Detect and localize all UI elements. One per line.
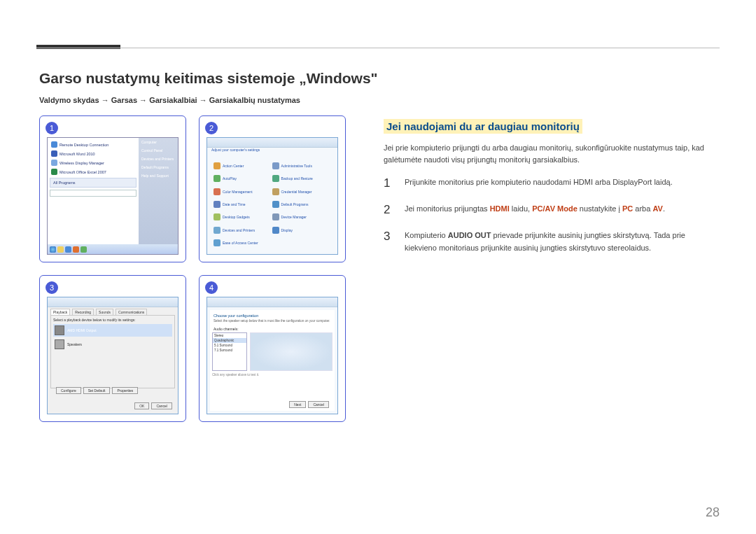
opt-quad: Quadraphonic <box>213 338 246 343</box>
start-right-item: Computer <box>139 138 178 146</box>
cp-item: Desktop Gadgets <box>223 215 250 219</box>
start-right-item: Devices and Printers <box>139 155 178 163</box>
step-number: 2 <box>384 203 393 217</box>
step-text: Prijunkite monitorius prie kompiuterio n… <box>405 176 673 190</box>
header-accent <box>36 45 120 49</box>
badge-1: 1 <box>46 122 58 134</box>
hl-av: AV <box>652 204 662 213</box>
setup-sub: Select the speaker setup below that is m… <box>212 319 332 325</box>
cp-item: Device Manager <box>281 215 307 219</box>
page-number: 28 <box>706 505 720 520</box>
badge-3: 3 <box>46 281 58 294</box>
start-item: Remote Desktop Connection <box>59 143 108 147</box>
cp-item: Ease of Access Center <box>223 241 258 245</box>
properties-button: Properties <box>112 387 138 394</box>
opt-71: 7.1 Surround <box>213 348 246 353</box>
start-right-item: Help and Support <box>139 171 178 180</box>
breadcrumb: Valdymo skydas → Garsas → Garsiakalbiai … <box>39 96 300 104</box>
right-column: Jei naudojami du ar daugiau monitorių Je… <box>384 119 714 267</box>
tab-comm: Communications <box>115 309 147 315</box>
setup-title: Choose your configuration <box>212 312 332 319</box>
screenshot-panel-3: 3 Playback Recording Sounds Communicatio… <box>39 275 186 422</box>
cp-item: Date and Time <box>223 202 246 206</box>
speaker-diagram <box>250 332 332 371</box>
cancel-button: Cancel <box>308 401 329 408</box>
cp-item: Backup and Restore <box>281 176 313 181</box>
sound-dialog-mock: Playback Recording Sounds Communications… <box>47 297 178 414</box>
taskbar-icon <box>80 246 87 253</box>
device-hdmi: AMD HDMI Output <box>67 328 97 332</box>
device-speakers: Speakers <box>67 342 82 346</box>
hl-pc: PC <box>622 204 633 213</box>
control-panel-mock: Adjust your computer's settings Action C… <box>206 137 338 255</box>
cancel-button: Cancel <box>151 402 172 409</box>
taskbar-icon <box>73 246 79 253</box>
tab-recording: Recording <box>72 309 94 315</box>
steps-list: 1 Prijunkite monitorius prie kompiuterio… <box>384 176 714 254</box>
step-1: 1 Prijunkite monitorius prie kompiuterio… <box>384 176 714 190</box>
search-box <box>50 190 136 197</box>
taskbar-icon <box>57 246 64 253</box>
opt-51: 5.1 Surround <box>213 343 246 348</box>
cp-item: Default Programs <box>281 202 309 206</box>
start-orb-icon <box>50 246 56 253</box>
step-number: 1 <box>384 176 393 190</box>
sound-prompt: Select a playback device below to modify… <box>53 318 172 322</box>
ok-button: OK <box>134 402 149 409</box>
opt-stereo: Stereo <box>213 333 246 338</box>
cp-item: Devices and Printers <box>223 228 255 232</box>
page-title: Garso nustatymų keitimas sistemoje „Wind… <box>39 70 378 87</box>
next-button: Next <box>289 401 306 408</box>
taskbar <box>48 244 178 254</box>
cp-heading: Adjust your computer's settings <box>211 148 333 152</box>
setdefault-button: Set Default <box>83 387 111 394</box>
screenshot-grid: 1 Remote Desktop Connection Microsoft Wo… <box>39 115 361 422</box>
section-heading: Jei naudojami du ar daugiau monitorių <box>384 119 582 134</box>
cp-item: Credential Manager <box>281 190 312 194</box>
step-number: 3 <box>384 230 393 254</box>
taskbar-icon <box>65 246 71 253</box>
channel-list: Stereo Quadraphonic 5.1 Surround 7.1 Sur… <box>212 332 247 371</box>
screenshot-panel-4: 4 Choose your configuration Select the s… <box>199 275 346 422</box>
bold-audioout: AUDIO OUT <box>448 231 491 239</box>
screenshots-area: 1 Remote Desktop Connection Microsoft Wo… <box>39 115 361 422</box>
cp-item: Color Management <box>223 190 253 194</box>
tab-sounds: Sounds <box>96 309 113 315</box>
start-item: Microsoft Word 2010 <box>59 152 95 156</box>
cp-item: Action Center <box>223 164 244 168</box>
step-text: Jei monitorius prijungtas HDMI laidu, PC… <box>405 203 665 217</box>
start-right-item: Default Programs <box>139 163 178 171</box>
intro-text: Jei prie kompiuterio prijungti du arba d… <box>384 142 714 165</box>
step-text: Kompiuterio AUDIO OUT prievade prijunkit… <box>405 230 714 254</box>
cp-item: Display <box>281 228 293 232</box>
badge-4: 4 <box>205 281 218 294</box>
setup-note: Click any speaker above to test it. <box>212 373 332 377</box>
configure-button: Configure <box>56 387 81 394</box>
step-3: 3 Kompiuterio AUDIO OUT prievade prijunk… <box>384 230 714 254</box>
audio-channels-label: Audio channels: <box>212 325 332 332</box>
step-2: 2 Jei monitorius prijungtas HDMI laidu, … <box>384 203 714 217</box>
all-programs: All Programs <box>53 181 75 185</box>
hl-hdmi: HDMI <box>490 204 510 213</box>
start-item: Microsoft Office Excel 2007 <box>59 170 106 174</box>
tab-playback: Playback <box>50 309 70 315</box>
speaker-setup-mock: Choose your configuration Select the spe… <box>206 297 338 414</box>
badge-2: 2 <box>205 122 218 134</box>
start-item: Wireless Display Manager <box>59 161 104 165</box>
cp-item: AutoPlay <box>223 176 237 181</box>
screenshot-panel-1: 1 Remote Desktop Connection Microsoft Wo… <box>39 115 186 262</box>
cp-item: Administrative Tools <box>281 164 312 168</box>
screenshot-panel-2: 2 Adjust your computer's settings Action… <box>199 115 346 262</box>
start-menu-mock: Remote Desktop Connection Microsoft Word… <box>47 137 178 255</box>
start-right-item: Control Panel <box>139 146 178 155</box>
header-rule <box>36 48 720 48</box>
hl-mode: PC/AV Mode <box>532 204 578 213</box>
